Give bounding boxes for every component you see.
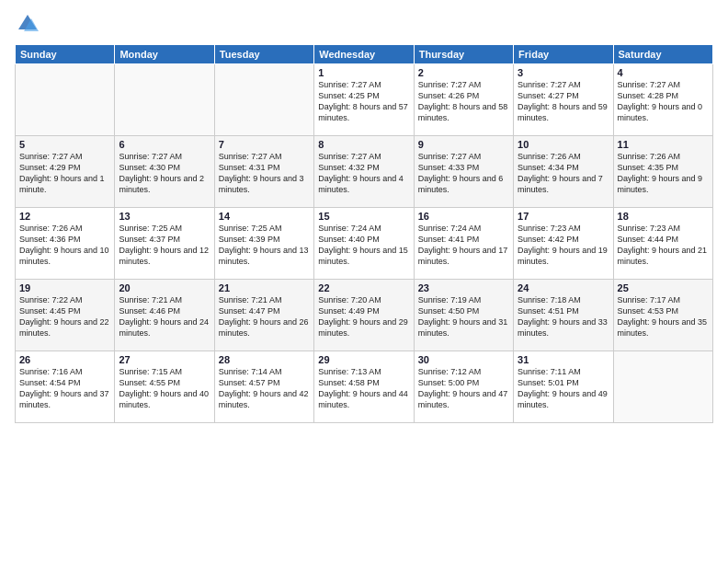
- calendar-cell: 29Sunrise: 7:13 AM Sunset: 4:58 PM Dayli…: [314, 351, 414, 423]
- day-info: Sunrise: 7:27 AM Sunset: 4:30 PM Dayligh…: [119, 151, 210, 196]
- day-number: 17: [518, 211, 609, 222]
- calendar-body: 1Sunrise: 7:27 AM Sunset: 4:25 PM Daylig…: [16, 64, 713, 423]
- header: [15, 11, 713, 37]
- day-info: Sunrise: 7:27 AM Sunset: 4:32 PM Dayligh…: [318, 151, 409, 196]
- calendar-cell: 18Sunrise: 7:23 AM Sunset: 4:44 PM Dayli…: [613, 208, 712, 280]
- day-number: 25: [618, 282, 709, 293]
- calendar-cell: 19Sunrise: 7:22 AM Sunset: 4:45 PM Dayli…: [16, 280, 115, 351]
- day-info: Sunrise: 7:26 AM Sunset: 4:36 PM Dayligh…: [19, 223, 110, 268]
- calendar-cell: 31Sunrise: 7:11 AM Sunset: 5:01 PM Dayli…: [514, 351, 613, 423]
- day-number: 10: [518, 139, 609, 150]
- day-info: Sunrise: 7:14 AM Sunset: 4:57 PM Dayligh…: [219, 366, 310, 411]
- weekday-row: SundayMondayTuesdayWednesdayThursdayFrid…: [16, 45, 713, 64]
- day-number: 6: [119, 139, 210, 150]
- calendar-cell: 25Sunrise: 7:17 AM Sunset: 4:53 PM Dayli…: [613, 280, 712, 351]
- calendar-cell: 20Sunrise: 7:21 AM Sunset: 4:46 PM Dayli…: [115, 280, 214, 351]
- day-info: Sunrise: 7:18 AM Sunset: 4:51 PM Dayligh…: [518, 294, 609, 339]
- day-info: Sunrise: 7:17 AM Sunset: 4:53 PM Dayligh…: [618, 294, 709, 339]
- calendar-cell: 13Sunrise: 7:25 AM Sunset: 4:37 PM Dayli…: [115, 208, 214, 280]
- day-info: Sunrise: 7:27 AM Sunset: 4:33 PM Dayligh…: [418, 151, 509, 196]
- weekday-header: Sunday: [16, 45, 115, 64]
- day-number: 29: [318, 354, 409, 365]
- day-info: Sunrise: 7:27 AM Sunset: 4:28 PM Dayligh…: [618, 79, 709, 124]
- day-info: Sunrise: 7:24 AM Sunset: 4:41 PM Dayligh…: [418, 223, 509, 268]
- day-info: Sunrise: 7:26 AM Sunset: 4:34 PM Dayligh…: [518, 151, 609, 196]
- day-number: 30: [418, 354, 509, 365]
- day-number: 4: [618, 67, 709, 78]
- calendar-cell: 23Sunrise: 7:19 AM Sunset: 4:50 PM Dayli…: [414, 280, 513, 351]
- day-number: 16: [418, 211, 509, 222]
- day-number: 20: [119, 282, 210, 293]
- calendar-cell: 12Sunrise: 7:26 AM Sunset: 4:36 PM Dayli…: [16, 208, 115, 280]
- calendar-cell: 14Sunrise: 7:25 AM Sunset: 4:39 PM Dayli…: [214, 208, 313, 280]
- weekday-header: Tuesday: [214, 45, 313, 64]
- day-info: Sunrise: 7:25 AM Sunset: 4:39 PM Dayligh…: [219, 223, 310, 268]
- calendar-cell: 10Sunrise: 7:26 AM Sunset: 4:34 PM Dayli…: [514, 136, 613, 208]
- calendar-week-row: 26Sunrise: 7:16 AM Sunset: 4:54 PM Dayli…: [16, 351, 713, 423]
- calendar-cell: 16Sunrise: 7:24 AM Sunset: 4:41 PM Dayli…: [414, 208, 513, 280]
- calendar-cell: 1Sunrise: 7:27 AM Sunset: 4:25 PM Daylig…: [314, 64, 414, 136]
- day-number: 5: [19, 139, 110, 150]
- day-info: Sunrise: 7:21 AM Sunset: 4:47 PM Dayligh…: [219, 294, 310, 339]
- day-number: 26: [19, 354, 110, 365]
- day-number: 11: [618, 139, 709, 150]
- calendar-cell: 21Sunrise: 7:21 AM Sunset: 4:47 PM Dayli…: [214, 280, 313, 351]
- calendar: SundayMondayTuesdayWednesdayThursdayFrid…: [15, 44, 713, 423]
- calendar-week-row: 19Sunrise: 7:22 AM Sunset: 4:45 PM Dayli…: [16, 280, 713, 351]
- day-info: Sunrise: 7:23 AM Sunset: 4:44 PM Dayligh…: [618, 223, 709, 268]
- weekday-header: Thursday: [414, 45, 513, 64]
- day-info: Sunrise: 7:27 AM Sunset: 4:29 PM Dayligh…: [19, 151, 110, 196]
- day-number: 12: [19, 211, 110, 222]
- day-info: Sunrise: 7:26 AM Sunset: 4:35 PM Dayligh…: [618, 151, 709, 196]
- calendar-cell: 26Sunrise: 7:16 AM Sunset: 4:54 PM Dayli…: [16, 351, 115, 423]
- day-number: 21: [219, 282, 310, 293]
- calendar-cell: [115, 64, 214, 136]
- calendar-cell: 17Sunrise: 7:23 AM Sunset: 4:42 PM Dayli…: [514, 208, 613, 280]
- day-info: Sunrise: 7:16 AM Sunset: 4:54 PM Dayligh…: [19, 366, 110, 411]
- day-number: 9: [418, 139, 509, 150]
- day-info: Sunrise: 7:20 AM Sunset: 4:49 PM Dayligh…: [318, 294, 409, 339]
- weekday-header: Wednesday: [314, 45, 414, 64]
- day-number: 31: [518, 354, 609, 365]
- calendar-cell: 7Sunrise: 7:27 AM Sunset: 4:31 PM Daylig…: [214, 136, 313, 208]
- day-info: Sunrise: 7:23 AM Sunset: 4:42 PM Dayligh…: [518, 223, 609, 268]
- day-info: Sunrise: 7:13 AM Sunset: 4:58 PM Dayligh…: [318, 366, 409, 411]
- day-info: Sunrise: 7:27 AM Sunset: 4:26 PM Dayligh…: [418, 79, 509, 124]
- day-number: 14: [219, 211, 310, 222]
- calendar-cell: 15Sunrise: 7:24 AM Sunset: 4:40 PM Dayli…: [314, 208, 414, 280]
- calendar-cell: 24Sunrise: 7:18 AM Sunset: 4:51 PM Dayli…: [514, 280, 613, 351]
- calendar-cell: 2Sunrise: 7:27 AM Sunset: 4:26 PM Daylig…: [414, 64, 513, 136]
- calendar-week-row: 1Sunrise: 7:27 AM Sunset: 4:25 PM Daylig…: [16, 64, 713, 136]
- weekday-header: Friday: [514, 45, 613, 64]
- day-number: 22: [318, 282, 409, 293]
- day-number: 23: [418, 282, 509, 293]
- day-number: 15: [318, 211, 409, 222]
- calendar-cell: [214, 64, 313, 136]
- day-info: Sunrise: 7:11 AM Sunset: 5:01 PM Dayligh…: [518, 366, 609, 411]
- calendar-cell: 27Sunrise: 7:15 AM Sunset: 4:55 PM Dayli…: [115, 351, 214, 423]
- calendar-cell: 8Sunrise: 7:27 AM Sunset: 4:32 PM Daylig…: [314, 136, 414, 208]
- calendar-cell: 9Sunrise: 7:27 AM Sunset: 4:33 PM Daylig…: [414, 136, 513, 208]
- day-info: Sunrise: 7:21 AM Sunset: 4:46 PM Dayligh…: [119, 294, 210, 339]
- day-info: Sunrise: 7:22 AM Sunset: 4:45 PM Dayligh…: [19, 294, 110, 339]
- day-number: 7: [219, 139, 310, 150]
- calendar-cell: 28Sunrise: 7:14 AM Sunset: 4:57 PM Dayli…: [214, 351, 313, 423]
- day-number: 28: [219, 354, 310, 365]
- day-number: 3: [518, 67, 609, 78]
- day-number: 18: [618, 211, 709, 222]
- logo-icon: [15, 11, 40, 37]
- calendar-cell: 11Sunrise: 7:26 AM Sunset: 4:35 PM Dayli…: [613, 136, 712, 208]
- day-info: Sunrise: 7:25 AM Sunset: 4:37 PM Dayligh…: [119, 223, 210, 268]
- day-info: Sunrise: 7:24 AM Sunset: 4:40 PM Dayligh…: [318, 223, 409, 268]
- calendar-week-row: 12Sunrise: 7:26 AM Sunset: 4:36 PM Dayli…: [16, 208, 713, 280]
- weekday-header: Monday: [115, 45, 214, 64]
- calendar-cell: 4Sunrise: 7:27 AM Sunset: 4:28 PM Daylig…: [613, 64, 712, 136]
- day-info: Sunrise: 7:27 AM Sunset: 4:31 PM Dayligh…: [219, 151, 310, 196]
- calendar-cell: [16, 64, 115, 136]
- calendar-cell: [613, 351, 712, 423]
- day-number: 1: [318, 67, 409, 78]
- day-number: 27: [119, 354, 210, 365]
- day-info: Sunrise: 7:27 AM Sunset: 4:27 PM Dayligh…: [518, 79, 609, 124]
- day-info: Sunrise: 7:19 AM Sunset: 4:50 PM Dayligh…: [418, 294, 509, 339]
- calendar-week-row: 5Sunrise: 7:27 AM Sunset: 4:29 PM Daylig…: [16, 136, 713, 208]
